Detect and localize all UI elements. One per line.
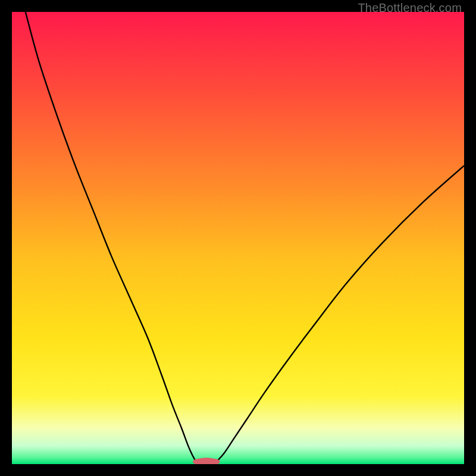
chart-frame [12,12,464,464]
bottleneck-chart [12,12,464,464]
chart-background [12,12,464,464]
